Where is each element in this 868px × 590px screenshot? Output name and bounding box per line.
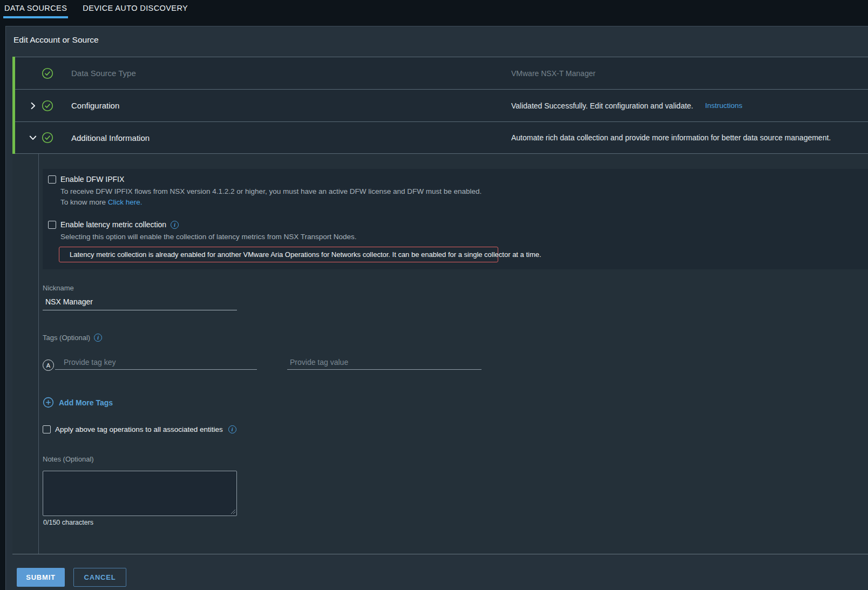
section-title: Configuration [71, 101, 119, 110]
check-circle-icon [42, 100, 53, 112]
tags-label-text: Tags (Optional) [43, 334, 90, 342]
edit-account-panel: Edit Account or Source Data Source Type … [5, 26, 868, 590]
accordion-row-additional-information[interactable]: Additional Information Automate rich dat… [12, 121, 868, 154]
chevron-placeholder [28, 68, 38, 79]
latency-info-icon[interactable] [171, 221, 179, 229]
add-more-tags-label: Add More Tags [59, 398, 113, 407]
top-tab-bar: DATA SOURCES DEVICE AUTO DISCOVERY [3, 0, 189, 18]
notes-label: Notes (Optional) [43, 455, 94, 463]
apply-tags-label: Apply above tag operations to all associ… [55, 425, 223, 433]
latency-warning-banner: Latency metric collection is already ena… [59, 247, 498, 262]
cancel-button[interactable]: CANCEL [73, 568, 126, 587]
section-title: Data Source Type [71, 69, 136, 78]
accordion-row-data-source-type: Data Source Type VMware NSX-T Manager [12, 57, 868, 89]
instructions-link[interactable]: Instructions [705, 101, 742, 110]
click-here-link[interactable]: Click here. [108, 198, 143, 206]
section-status-text: Validated Successfully. Edit configurati… [511, 101, 693, 110]
form-actions: SUBMIT CANCEL [17, 568, 126, 587]
tag-value-input[interactable] [287, 355, 482, 370]
add-more-tags-button[interactable]: Add More Tags [43, 397, 113, 408]
dfw-description: To receive DFW IPFIX flows from NSX vers… [60, 187, 868, 195]
notes-textarea[interactable] [43, 471, 237, 516]
know-more-prefix: To know more [60, 198, 108, 206]
tab-data-sources[interactable]: DATA SOURCES [3, 0, 68, 18]
nickname-input[interactable] [43, 295, 237, 310]
enable-latency-checkbox[interactable] [48, 221, 56, 229]
nickname-label: Nickname [43, 284, 74, 292]
submit-button[interactable]: SUBMIT [17, 568, 65, 587]
tag-row-badge: A [43, 360, 54, 371]
section-status-text: Automate rich data collection and provid… [511, 133, 831, 142]
plus-circle-icon [43, 397, 54, 408]
apply-tags-info-icon[interactable] [228, 425, 236, 433]
notes-field [43, 471, 237, 516]
check-circle-icon [42, 132, 53, 144]
collection-options-card: Enable DFW IPFIX To receive DFW IPFIX fl… [43, 169, 868, 269]
chevron-down-icon[interactable] [28, 132, 38, 143]
latency-description: Selecting this option will enable the co… [60, 233, 868, 241]
apply-tags-row: Apply above tag operations to all associ… [43, 425, 236, 433]
section-status-text: VMware NSX-T Manager [511, 69, 595, 78]
latency-warning-text: Latency metric collection is already ena… [70, 250, 541, 259]
accordion-headers: Data Source Type VMware NSX-T Manager Co… [12, 57, 868, 154]
enable-latency-label: Enable latency metric collection [60, 220, 166, 229]
tags-info-icon[interactable] [94, 334, 102, 342]
chevron-right-icon[interactable] [28, 100, 38, 111]
enable-dfw-ipfix-label: Enable DFW IPFIX [60, 175, 124, 184]
page-title: Edit Account or Source [13, 35, 99, 45]
accordion-row-configuration[interactable]: Configuration Validated Successfully. Ed… [12, 89, 868, 121]
tags-label: Tags (Optional) [43, 334, 102, 342]
page: DATA SOURCES DEVICE AUTO DISCOVERY Edit … [0, 0, 868, 590]
resize-grip-icon[interactable] [230, 509, 236, 514]
enable-dfw-ipfix-checkbox[interactable] [48, 175, 56, 184]
additional-information-body: Enable DFW IPFIX To receive DFW IPFIX fl… [12, 154, 868, 554]
check-circle-icon [42, 67, 53, 79]
tab-device-auto-discovery[interactable]: DEVICE AUTO DISCOVERY [82, 0, 189, 18]
apply-tags-checkbox[interactable] [43, 425, 51, 433]
section-title: Additional Information [71, 133, 150, 143]
notes-char-counter: 0/150 characters [43, 519, 93, 526]
tag-key-input[interactable] [55, 355, 257, 370]
datasource-accordion: Data Source Type VMware NSX-T Manager Co… [12, 57, 868, 554]
tag-row: A [43, 355, 482, 371]
